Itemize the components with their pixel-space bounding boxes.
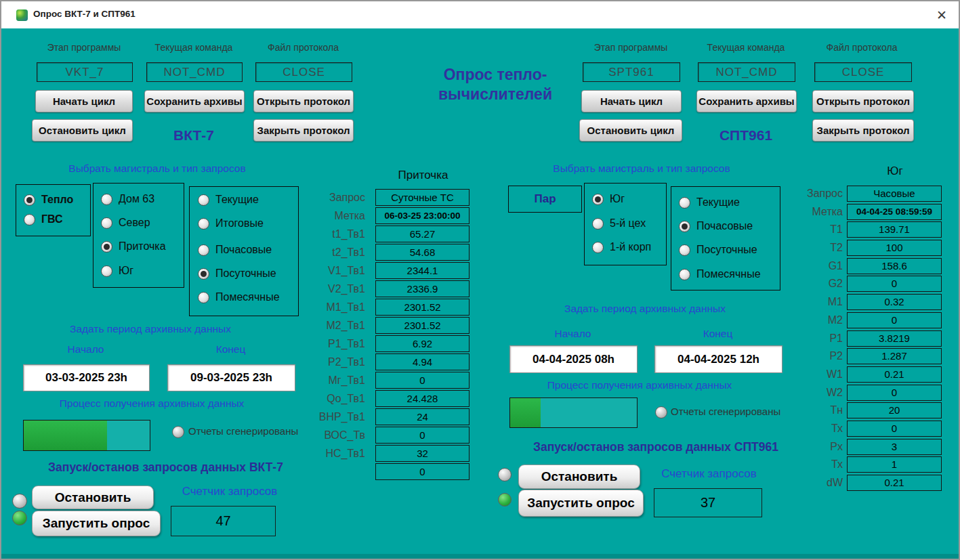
row-label: t1_Тв1 <box>301 225 365 242</box>
radio-dot-icon <box>101 265 112 277</box>
table-row: ЗапросЧасовые <box>780 186 943 202</box>
table-row: V2_Тв12336.9 <box>301 280 471 297</box>
right-reports-label: Отчеты сгенерированы <box>671 406 793 417</box>
close-button[interactable]: ✕ <box>930 7 953 24</box>
right-period-header: Задать период архивных данных <box>506 303 784 315</box>
radio-pomesyachnye-right[interactable]: Помесячные <box>679 267 761 282</box>
left-open-protocol-button[interactable]: Открыть протокол <box>253 90 354 112</box>
left-progress-bar <box>23 420 150 451</box>
radio-dot-icon <box>592 242 604 253</box>
radio-label: ГВС <box>41 213 63 225</box>
row-value: 65.27 <box>375 225 469 242</box>
radio-yug-right[interactable]: Юг <box>592 192 625 207</box>
row-value: Часовые <box>847 186 942 202</box>
radio-label: Текущие <box>696 196 740 209</box>
right-save-archives-button[interactable]: Сохранить архивы <box>696 90 797 112</box>
radio-posutochnye-right[interactable]: Посуточные <box>679 242 757 257</box>
main-title-line2: вычислителей <box>406 85 584 104</box>
right-run-header: Запуск/останов запросов данных СПТ961 <box>509 440 802 454</box>
row-value: 54.68 <box>375 244 469 261</box>
radio-label: Помесячные <box>215 291 280 303</box>
table-row: Т1139.71 <box>780 221 943 238</box>
right-start-poll-button[interactable]: Запустить опрос <box>518 490 644 517</box>
radio-dot-icon <box>198 218 209 230</box>
radio-pochasovye-right[interactable]: Почасовые <box>679 219 753 234</box>
table-row: t1_Тв165.27 <box>301 225 471 242</box>
row-value: Суточные ТС <box>375 189 469 206</box>
right-period-start-input[interactable]: 04-04-2025 08h <box>509 345 638 373</box>
left-stop-led-icon <box>12 494 27 509</box>
left-stage-indicator: VKT_7 <box>37 62 133 82</box>
row-value: 04-04-25 08:59:59 <box>847 204 942 220</box>
radio-dot-icon <box>24 214 35 225</box>
left-period-start-label: Начало <box>23 343 148 356</box>
radio-label: Посуточные <box>696 244 757 256</box>
radio-pomesyachnye[interactable]: Помесячные <box>198 290 280 305</box>
radio-label: Тепло <box>41 194 73 206</box>
radio-tekushchie-right[interactable]: Текущие <box>679 195 740 210</box>
radio-label: Север <box>119 217 150 229</box>
row-value: 20 <box>847 402 942 418</box>
row-label: G1 <box>780 258 843 274</box>
table-row: Р1_Тв16.92 <box>301 335 471 352</box>
left-period-start-input[interactable]: 03-03-2025 23h <box>23 364 150 391</box>
radio-pochasovye[interactable]: Почасовые <box>198 242 272 257</box>
left-period-end-input[interactable]: 09-03-2025 23h <box>167 364 295 391</box>
radio-pritochka[interactable]: Приточка <box>101 239 166 254</box>
left-start-poll-button[interactable]: Запустить опрос <box>32 511 161 536</box>
row-label: dW <box>780 475 843 491</box>
radio-teplo[interactable]: Тепло <box>24 192 73 207</box>
radio-gvs[interactable]: ГВС <box>24 212 63 227</box>
radio-1-korp[interactable]: 1-й корп <box>592 240 651 255</box>
radio-sever[interactable]: Север <box>101 215 150 230</box>
right-open-protocol-button[interactable]: Открыть протокол <box>812 90 914 112</box>
row-value: 158.6 <box>847 258 942 274</box>
table-row: Р21.287 <box>780 348 943 364</box>
table-row: Мг_Тв10 <box>301 372 471 389</box>
left-select-header: Выбрать магистраль и тип запросов <box>20 163 294 175</box>
radio-dot-icon <box>198 244 209 256</box>
radio-dot-icon <box>101 241 112 253</box>
right-period-end-label: Конец <box>654 328 781 340</box>
radio-label: Юг <box>119 265 133 277</box>
radio-5-tseh[interactable]: 5-й цех <box>592 216 646 231</box>
window-bottom-edge <box>1 554 959 559</box>
row-label: ВНР_Тв1 <box>301 408 365 425</box>
row-label: Т2 <box>780 240 843 256</box>
radio-yug[interactable]: Юг <box>101 263 133 278</box>
table-row: М20 <box>780 312 943 328</box>
left-save-archives-button[interactable]: Сохранить архивы <box>144 90 245 112</box>
row-label: М2_Тв1 <box>301 317 365 334</box>
left-close-protocol-button[interactable]: Закрыть протокол <box>253 119 354 142</box>
row-value: 0.21 <box>847 366 942 383</box>
main-title: Опрос тепло- вычислителей <box>406 65 584 104</box>
app-icon <box>16 9 28 21</box>
table-row: НС_Тв132 <box>301 445 471 462</box>
left-stop-button[interactable]: Остановить <box>32 486 154 509</box>
row-label: W2 <box>780 385 843 401</box>
right-stop-button[interactable]: Остановить <box>518 465 640 489</box>
left-start-cycle-button[interactable]: Начать цикл <box>35 90 133 112</box>
radio-label: Дом 63 <box>119 193 154 205</box>
right-stop-cycle-button[interactable]: Остановить цикл <box>579 119 682 142</box>
right-start-cycle-button[interactable]: Начать цикл <box>581 90 682 112</box>
app-window: Опрос ВКТ-7 и СПТ961 ✕ Этап программы VK… <box>0 0 960 560</box>
row-label: G2 <box>780 276 843 292</box>
left-stop-cycle-button[interactable]: Остановить цикл <box>32 119 133 142</box>
right-start-led-icon <box>498 493 512 507</box>
radio-posutochnye[interactable]: Посуточные <box>198 266 276 281</box>
row-value: 0 <box>847 276 942 292</box>
radio-dot-icon <box>679 221 690 232</box>
radio-dom63[interactable]: Дом 63 <box>101 192 154 207</box>
right-period-end-input[interactable]: 04-04-2025 12h <box>654 345 782 373</box>
radio-itogovye[interactable]: Итоговые <box>198 216 264 231</box>
row-label: М1_Тв1 <box>301 299 365 316</box>
right-close-protocol-button[interactable]: Закрыть протокол <box>812 119 914 142</box>
table-row: Qo_Тв124.428 <box>301 390 471 407</box>
left-counter-indicator: 47 <box>171 506 276 536</box>
radio-tekushchie[interactable]: Текущие <box>198 192 259 207</box>
right-stop-led-icon <box>498 468 512 481</box>
right-counter-label: Счетчик запросов <box>646 467 772 481</box>
row-value: 1.287 <box>847 348 942 364</box>
table-row: Тн20 <box>780 402 943 418</box>
